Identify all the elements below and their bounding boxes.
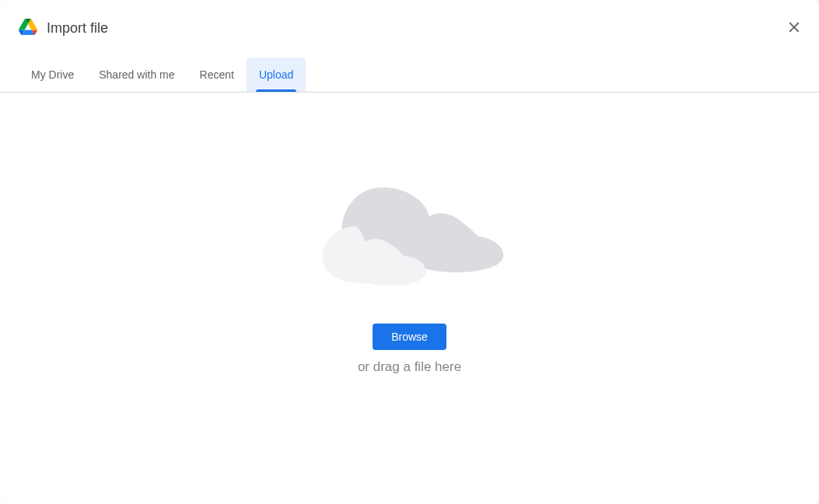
close-icon <box>786 19 803 38</box>
google-drive-icon <box>19 19 37 37</box>
tab-my-drive[interactable]: My Drive <box>19 58 86 92</box>
tab-shared-with-me[interactable]: Shared with me <box>86 58 187 92</box>
close-button[interactable] <box>785 19 803 37</box>
cloud-illustration-icon <box>309 176 511 292</box>
tabs-bar: My Drive Shared with me Recent Upload <box>0 58 819 93</box>
tab-upload[interactable]: Upload <box>247 58 306 92</box>
drag-hint-text: or drag a file here <box>358 359 461 375</box>
upload-content[interactable]: Browse or drag a file here <box>0 93 819 504</box>
dialog-header: Import file <box>0 0 819 47</box>
import-file-dialog: Import file My Drive Shared with me Rece… <box>0 0 819 504</box>
browse-button[interactable]: Browse <box>373 324 446 350</box>
dialog-title: Import file <box>47 20 108 37</box>
tab-recent[interactable]: Recent <box>187 58 247 92</box>
